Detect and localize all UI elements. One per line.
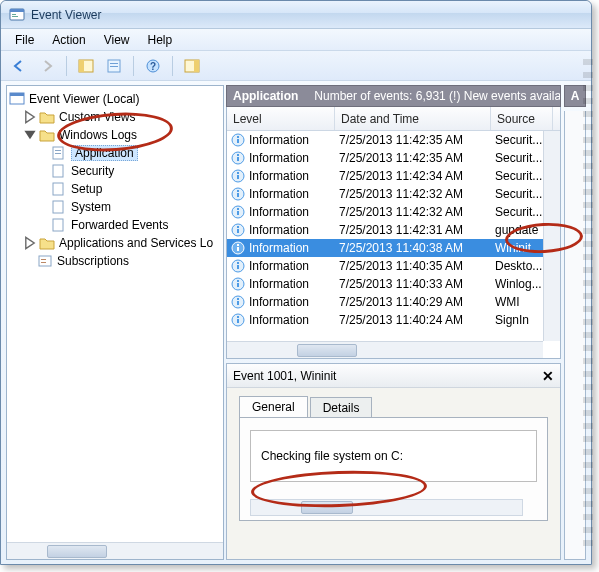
toolbar-separator [66, 56, 67, 76]
cell-datetime: 7/25/2013 11:42:35 AM [339, 133, 463, 147]
tab-details[interactable]: Details [310, 397, 373, 418]
cell-datetime: 7/25/2013 11:42:31 AM [339, 223, 463, 237]
cell-datetime: 7/25/2013 11:40:29 AM [339, 295, 463, 309]
list-hscrollbar[interactable] [227, 341, 543, 358]
svg-rect-53 [237, 301, 239, 305]
svg-rect-30 [237, 154, 239, 156]
actions-pane: A [564, 85, 586, 560]
tree-subscriptions[interactable]: Subscriptions [9, 252, 221, 270]
event-row[interactable]: Information7/25/2013 11:40:24 AMSignIn [227, 311, 560, 329]
svg-rect-2 [12, 14, 16, 15]
tree-label: Security [71, 164, 114, 178]
tree-setup[interactable]: Setup [9, 180, 221, 198]
cell-level: Information [249, 169, 309, 183]
tree-label: Forwarded Events [71, 218, 168, 232]
cell-source: Winlog... [495, 277, 542, 291]
tree-forwarded[interactable]: Forwarded Events [9, 216, 221, 234]
svg-rect-23 [41, 259, 46, 260]
event-row[interactable]: Information7/25/2013 11:42:32 AMSecurit.… [227, 185, 560, 203]
tree-label: Windows Logs [59, 128, 137, 142]
info-icon [231, 169, 245, 183]
event-row[interactable]: Information7/25/2013 11:42:35 AMSecurit.… [227, 149, 560, 167]
toolbar: ? [1, 51, 591, 81]
cell-source: Deskto... [495, 259, 542, 273]
cell-datetime: 7/25/2013 11:40:35 AM [339, 259, 463, 273]
show-action-pane-button[interactable] [180, 54, 204, 78]
svg-rect-3 [12, 16, 18, 17]
col-level[interactable]: Level [227, 107, 335, 130]
cell-datetime: 7/25/2013 11:42:35 AM [339, 151, 463, 165]
log-icon [51, 145, 67, 161]
tree-hscrollbar[interactable] [7, 542, 223, 559]
expand-icon[interactable] [23, 110, 37, 124]
tree-label: System [71, 200, 111, 214]
back-button[interactable] [7, 54, 31, 78]
tree-system[interactable]: System [9, 198, 221, 216]
properties-button[interactable] [102, 54, 126, 78]
tree-label: Application [71, 145, 138, 161]
info-icon [231, 187, 245, 201]
svg-rect-5 [79, 60, 84, 72]
event-message: Checking file system on C: [261, 449, 403, 463]
cell-level: Information [249, 313, 309, 327]
tab-general[interactable]: General [239, 396, 308, 417]
detail-header: Event 1001, Wininit ✕ [227, 364, 560, 388]
svg-rect-17 [55, 153, 61, 154]
svg-rect-22 [39, 256, 51, 266]
event-list: Level Date and Time Source Information7/… [226, 107, 561, 359]
cell-level: Information [249, 223, 309, 237]
detail-title: Event 1001, Wininit [233, 369, 336, 383]
tree-label: Subscriptions [57, 254, 129, 268]
svg-rect-36 [237, 190, 239, 192]
tree-application[interactable]: Application [9, 144, 221, 162]
detail-hscrollbar[interactable] [250, 499, 523, 516]
tree-label: Custom Views [59, 110, 135, 124]
forward-button[interactable] [35, 54, 59, 78]
scroll-thumb[interactable] [297, 344, 357, 357]
tree-windows-logs[interactable]: Windows Logs [9, 126, 221, 144]
event-row[interactable]: Information7/25/2013 11:40:33 AMWinlog..… [227, 275, 560, 293]
list-vscrollbar[interactable] [543, 131, 560, 341]
toolbar-separator [172, 56, 173, 76]
event-row[interactable]: Information7/25/2013 11:40:38 AMWininit [227, 239, 560, 257]
svg-rect-35 [237, 193, 239, 197]
event-row[interactable]: Information7/25/2013 11:42:35 AMSecurit.… [227, 131, 560, 149]
svg-rect-50 [237, 283, 239, 287]
scroll-thumb[interactable] [301, 501, 353, 514]
close-icon[interactable]: ✕ [542, 368, 554, 384]
info-icon [231, 313, 245, 327]
tree-label: Applications and Services Lo [59, 236, 213, 250]
actions-header: A [564, 85, 586, 107]
collapse-icon[interactable] [23, 128, 37, 142]
col-datetime[interactable]: Date and Time [335, 107, 491, 130]
event-row[interactable]: Information7/25/2013 11:40:35 AMDeskto..… [227, 257, 560, 275]
help-button[interactable]: ? [141, 54, 165, 78]
menu-file[interactable]: File [7, 31, 42, 49]
actions-body [564, 111, 586, 560]
menu-view[interactable]: View [96, 31, 138, 49]
cell-source: Securit... [495, 169, 542, 183]
cell-source: Securit... [495, 205, 542, 219]
svg-rect-27 [237, 136, 239, 138]
event-row[interactable]: Information7/25/2013 11:42:32 AMSecurit.… [227, 203, 560, 221]
log-icon [51, 217, 67, 233]
tree[interactable]: Event Viewer (Local) Custom Views Window… [7, 86, 223, 541]
expand-icon[interactable] [23, 236, 37, 250]
scroll-thumb[interactable] [47, 545, 107, 558]
event-viewer-icon [9, 91, 25, 107]
menu-action[interactable]: Action [44, 31, 93, 49]
menu-help[interactable]: Help [140, 31, 181, 49]
tree-root[interactable]: Event Viewer (Local) [9, 90, 221, 108]
info-icon [231, 133, 245, 147]
tree-apps-services[interactable]: Applications and Services Lo [9, 234, 221, 252]
window: Event Viewer File Action View Help ? Eve… [0, 0, 592, 565]
event-row[interactable]: Information7/25/2013 11:42:34 AMSecurit.… [227, 167, 560, 185]
column-headers: Level Date and Time Source [227, 107, 560, 131]
event-row[interactable]: Information7/25/2013 11:42:31 AMgupdate [227, 221, 560, 239]
col-source[interactable]: Source [491, 107, 553, 130]
event-row[interactable]: Information7/25/2013 11:40:29 AMWMI [227, 293, 560, 311]
tree-custom-views[interactable]: Custom Views [9, 108, 221, 126]
tree-security[interactable]: Security [9, 162, 221, 180]
svg-rect-14 [10, 93, 24, 96]
show-hide-tree-button[interactable] [74, 54, 98, 78]
